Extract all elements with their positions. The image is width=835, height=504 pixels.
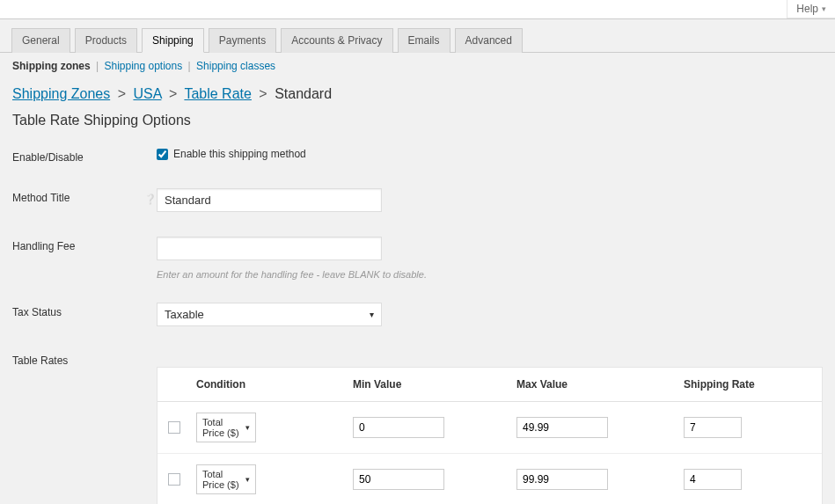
condition-select[interactable]: Total Price ($) bbox=[196, 413, 256, 442]
label-handling-fee: Handling Fee bbox=[12, 237, 144, 252]
label-method-title: Method Title bbox=[12, 188, 144, 204]
tab-payments[interactable]: Payments bbox=[209, 28, 276, 53]
handling-fee-help: Enter an amount for the handling fee - l… bbox=[157, 269, 823, 280]
rate-input[interactable] bbox=[684, 469, 742, 490]
max-input[interactable] bbox=[516, 417, 608, 438]
help-toggle-label: Help bbox=[796, 3, 818, 15]
rates-header: Condition Min Value Max Value Shipping R… bbox=[157, 368, 822, 402]
tax-status-value: Taxable bbox=[165, 308, 204, 321]
col-max: Max Value bbox=[508, 378, 675, 391]
breadcrumb-current: Standard bbox=[275, 86, 332, 101]
table-row: Total Price ($) bbox=[157, 402, 822, 454]
tab-products[interactable]: Products bbox=[75, 28, 137, 53]
rate-input[interactable] bbox=[684, 417, 742, 438]
enable-checkbox-row[interactable]: Enable this shipping method bbox=[157, 148, 823, 160]
row-checkbox[interactable] bbox=[168, 473, 180, 486]
method-title-input[interactable] bbox=[157, 188, 382, 212]
subnav-classes[interactable]: Shipping classes bbox=[196, 60, 275, 72]
enable-checkbox-label: Enable this shipping method bbox=[173, 148, 306, 160]
subnav-title: Shipping zones bbox=[12, 60, 91, 72]
tab-general[interactable]: General bbox=[11, 28, 70, 53]
breadcrumb: Shipping Zones > USA > Table Rate > Stan… bbox=[12, 86, 823, 102]
label-enable: Enable/Disable bbox=[12, 148, 144, 164]
col-condition: Condition bbox=[187, 378, 344, 391]
section-title: Table Rate Shipping Options bbox=[12, 113, 823, 128]
subnav-options[interactable]: Shipping options bbox=[104, 60, 182, 72]
help-toggle[interactable]: Help bbox=[787, 0, 835, 18]
breadcrumb-usa[interactable]: USA bbox=[133, 86, 161, 101]
min-input[interactable] bbox=[353, 469, 444, 490]
label-tax-status: Tax Status bbox=[12, 303, 144, 318]
tax-status-select[interactable]: Taxable bbox=[157, 303, 382, 326]
col-rate: Shipping Rate bbox=[675, 378, 822, 391]
table-row: Total Price ($) bbox=[157, 454, 822, 504]
rates-table: Condition Min Value Max Value Shipping R… bbox=[157, 367, 823, 504]
breadcrumb-zones[interactable]: Shipping Zones bbox=[12, 86, 110, 101]
min-input[interactable] bbox=[353, 417, 444, 438]
tab-row: General Products Shipping Payments Accou… bbox=[0, 19, 835, 53]
row-checkbox[interactable] bbox=[168, 421, 180, 434]
handling-fee-input[interactable] bbox=[157, 237, 382, 260]
tab-advanced[interactable]: Advanced bbox=[455, 28, 523, 53]
tab-emails[interactable]: Emails bbox=[398, 28, 450, 53]
help-icon[interactable]: ❔ bbox=[144, 188, 155, 205]
shipping-subnav: Shipping zones | Shipping options | Ship… bbox=[12, 60, 823, 72]
enable-checkbox[interactable] bbox=[157, 149, 168, 160]
breadcrumb-table-rate[interactable]: Table Rate bbox=[184, 86, 252, 101]
condition-select[interactable]: Total Price ($) bbox=[196, 464, 256, 494]
tab-accounts-privacy[interactable]: Accounts & Privacy bbox=[281, 28, 392, 53]
label-table-rates: Table Rates bbox=[12, 351, 144, 367]
max-input[interactable] bbox=[516, 469, 608, 490]
col-min: Min Value bbox=[344, 378, 508, 391]
tab-shipping[interactable]: Shipping bbox=[142, 28, 204, 53]
